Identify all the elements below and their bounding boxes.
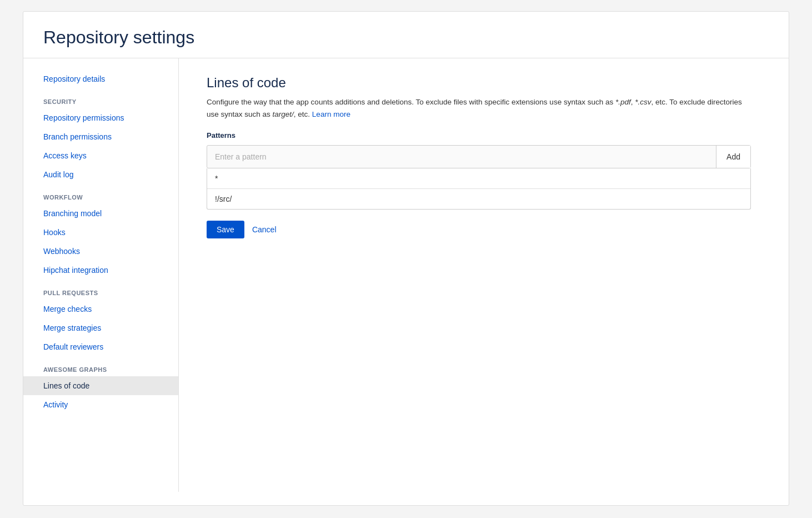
main-content: Lines of code Configure the way that the… [179,58,789,492]
desc-code1: *.pdf [615,98,631,106]
sidebar-section-label-pull-requests: PULL REQUESTS [23,280,178,300]
desc-code2: *.csv [635,98,651,106]
sidebar-item-webhooks[interactable]: Webhooks [23,242,178,261]
sidebar-item-branch-permissions[interactable]: Branch permissions [23,127,178,146]
sidebar-item-repository-permissions[interactable]: Repository permissions [23,108,178,127]
desc-italic: target/ [273,110,294,118]
sidebar-item-default-reviewers[interactable]: Default reviewers [23,337,178,356]
sidebar-section-label-workflow: WORKFLOW [23,184,178,204]
sidebar-item-repository-details[interactable]: Repository details [23,69,178,88]
save-button[interactable]: Save [207,221,244,238]
patterns-label: Patterns [207,131,751,140]
sidebar-section-label-security: SECURITY [23,88,178,108]
sidebar-item-audit-log[interactable]: Audit log [23,165,178,184]
cancel-button[interactable]: Cancel [252,225,277,234]
sidebar-item-merge-checks[interactable]: Merge checks [23,300,178,318]
pattern-row-0: * [207,168,750,189]
sidebar-item-lines-of-code[interactable]: Lines of code [23,376,178,395]
patterns-input-row: Add [207,145,751,168]
content-description: Configure the way that the app counts ad… [207,96,751,120]
patterns-wrapper: Patterns Add * !/src/ Save Cancel [207,131,751,238]
sidebar-item-merge-strategies[interactable]: Merge strategies [23,318,178,337]
pattern-row-1: !/src/ [207,189,750,209]
desc-part1: Configure the way that the app counts ad… [207,98,615,106]
content-title: Lines of code [207,75,761,91]
page-title: Repository settings [43,27,769,48]
sidebar-item-hooks[interactable]: Hooks [23,223,178,242]
sidebar-item-access-keys[interactable]: Access keys [23,146,178,165]
button-row: Save Cancel [207,221,751,238]
page-header: Repository settings [23,12,789,58]
sidebar-item-activity[interactable]: Activity [23,395,178,414]
pattern-input[interactable] [207,147,716,167]
sidebar-item-hipchat-integration[interactable]: Hipchat integration [23,261,178,280]
sidebar-item-branching-model[interactable]: Branching model [23,204,178,223]
pattern-list: * !/src/ [207,168,751,210]
add-pattern-button[interactable]: Add [716,146,750,168]
sidebar-section-label-awesome-graphs: AWESOME GRAPHS [23,356,178,376]
desc-part4: , etc. [294,110,312,118]
page-body: Repository details SECURITYRepository pe… [23,58,789,492]
sidebar: Repository details SECURITYRepository pe… [23,58,179,492]
page-container: Repository settings Repository details S… [23,11,789,506]
learn-more-link[interactable]: Learn more [312,110,350,118]
